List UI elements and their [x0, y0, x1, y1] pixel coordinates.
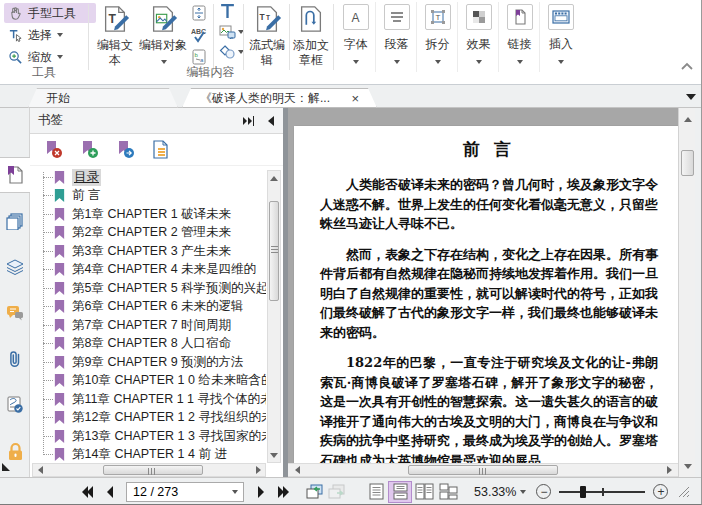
- scroll-left-button[interactable]: [33, 464, 47, 476]
- bookmark-item[interactable]: 第11章 CHAPTER 1 1 寻找个体的未: [34, 390, 266, 409]
- effects-button[interactable]: 效果: [459, 2, 499, 72]
- bookmarks-horizontal-scrollbar[interactable]: [32, 463, 266, 477]
- next-page-button[interactable]: [250, 482, 272, 502]
- scrollbar-thumb[interactable]: [269, 201, 279, 301]
- facing-view-button[interactable]: [412, 481, 436, 503]
- scrollbar-thumb[interactable]: [408, 465, 558, 475]
- hand-tool-button[interactable]: 手型工具: [4, 3, 96, 23]
- bookmark-item[interactable]: 第14章 CHAPTER 1 4 前 进: [34, 446, 266, 464]
- continuous-view-button[interactable]: [388, 481, 412, 503]
- insert-button[interactable]: 插入: [541, 2, 581, 72]
- scroll-up-button[interactable]: [681, 112, 694, 126]
- next-view-button[interactable]: [326, 482, 348, 502]
- bookmark-item[interactable]: 第7章 CHAPTER 7 时间周期: [34, 316, 266, 335]
- previous-view-button[interactable]: [304, 482, 326, 502]
- bookmark-item[interactable]: 第4章 CHAPTER 4 未来是四维的: [34, 261, 266, 280]
- font-button[interactable]: A 字体: [336, 2, 376, 72]
- edit-text-button[interactable]: T 编辑文本: [93, 2, 137, 68]
- bookmark-item[interactable]: 目录: [34, 168, 266, 187]
- attachments-panel-tab[interactable]: [0, 341, 30, 377]
- zoom-in-button[interactable]: +: [653, 484, 668, 499]
- bookmarks-vertical-scrollbar[interactable]: [267, 170, 281, 463]
- signatures-panel-tab[interactable]: [0, 387, 30, 423]
- scroll-down-button[interactable]: [681, 459, 694, 473]
- select-cursor-icon: [8, 28, 23, 43]
- add-text-icon[interactable]: [219, 3, 236, 20]
- locate-bookmark-button[interactable]: [116, 140, 135, 159]
- tab-start[interactable]: 开始: [28, 88, 178, 108]
- edit-object-button[interactable]: 编辑对象: [139, 2, 187, 68]
- bookmarks-panel-tab[interactable]: [0, 157, 30, 193]
- document-view[interactable]: 前 言 人类能否破译未来的密码？曾几何时，埃及象形文字令人迷惑不解。世界上发生的…: [288, 108, 678, 477]
- dropdown-caret-icon: [353, 60, 359, 64]
- insert-filmstrip-icon: [552, 10, 570, 24]
- close-tab-icon[interactable]: ×: [351, 91, 359, 106]
- tab-list-dropdown-icon[interactable]: [686, 94, 696, 100]
- tab-document[interactable]: 《破译人类的明天：解... ×: [182, 88, 377, 108]
- zoom-dropdown-caret-icon[interactable]: [520, 490, 526, 494]
- page-number-input[interactable]: [127, 485, 232, 499]
- continuous-facing-view-button[interactable]: [436, 481, 460, 503]
- page-dropdown-caret-icon[interactable]: [232, 490, 238, 494]
- zoom-tool-label: 缩放: [28, 49, 52, 66]
- split-button[interactable]: T 拆分: [418, 2, 458, 72]
- bookmark-item[interactable]: 第6章 CHAPTER 6 未来的逻辑: [34, 298, 266, 317]
- tree-connector: [43, 362, 53, 363]
- single-page-view-button[interactable]: [364, 481, 388, 503]
- join-split-text-icon[interactable]: ba: [191, 49, 207, 65]
- flow-edit-icon: TT: [252, 4, 282, 34]
- scroll-down-button[interactable]: [268, 448, 280, 462]
- collapse-panel-icon[interactable]: [267, 116, 275, 126]
- add-bookmark-button[interactable]: [80, 140, 99, 159]
- pdf-editor-window: 手型工具 选择 缩放 工具 T 编辑文本 编辑对象: [0, 0, 702, 505]
- bookmark-item[interactable]: 第8章 CHAPTER 8 人口宿命: [34, 335, 266, 354]
- bookmark-item[interactable]: 第10章 CHAPTER 1 0 给未来暗含的: [34, 372, 266, 391]
- bookmark-item[interactable]: 第2章 CHAPTER 2 管理未来: [34, 224, 266, 243]
- select-tool-button[interactable]: 选择: [4, 25, 96, 45]
- bookmark-item[interactable]: 第3章 CHAPTER 3 产生未来: [34, 242, 266, 261]
- scroll-up-button[interactable]: [268, 171, 280, 185]
- delete-bookmark-button[interactable]: [44, 140, 63, 159]
- paragraph-button[interactable]: 段落: [377, 2, 417, 72]
- document-horizontal-scrollbar[interactable]: [288, 463, 678, 477]
- slider-thumb[interactable]: [580, 486, 586, 498]
- spellcheck-icon[interactable]: ABC: [191, 27, 208, 43]
- scroll-right-button[interactable]: [251, 464, 265, 476]
- add-shapes-icon[interactable]: [219, 44, 236, 60]
- scroll-left-arrow-icon: [295, 466, 300, 474]
- previous-page-button[interactable]: [98, 482, 120, 502]
- scroll-left-button[interactable]: [290, 464, 304, 476]
- layers-panel-tab[interactable]: [0, 249, 30, 285]
- first-page-button[interactable]: [76, 482, 98, 502]
- flow-edit-button[interactable]: TT 流式编辑: [246, 2, 288, 68]
- add-article-box-button[interactable]: 添加文章框: [291, 2, 331, 68]
- scrollbar-thumb[interactable]: [681, 150, 694, 176]
- bookmark-item[interactable]: 第12章 CHAPTER 1 2 寻找组织的未: [34, 409, 266, 428]
- split-text-icon[interactable]: [191, 5, 207, 21]
- collapse-ribbon-button[interactable]: [680, 62, 694, 72]
- expand-current-bookmark-button[interactable]: [152, 140, 169, 159]
- add-image-icon[interactable]: [219, 24, 236, 40]
- page-thumbnails-tab[interactable]: [0, 203, 30, 239]
- expand-panel-icon[interactable]: [242, 116, 255, 126]
- bookmark-item[interactable]: 第5章 CHAPTER 5 科学预测的兴起: [34, 279, 266, 298]
- bookmark-item[interactable]: 第13章 CHAPTER 1 3 寻找国家的未: [34, 427, 266, 446]
- page-number-box[interactable]: [126, 482, 244, 502]
- zoom-out-button[interactable]: −: [536, 484, 551, 499]
- window-right-margin: [695, 108, 702, 477]
- bookmark-icon: [53, 170, 66, 185]
- bookmark-item[interactable]: 第9章 CHAPTER 9 预测的方法: [34, 353, 266, 372]
- zoom-slider[interactable]: [559, 485, 645, 499]
- document-vertical-scrollbar[interactable]: [678, 108, 695, 477]
- resize-grip-icon[interactable]: [678, 486, 690, 498]
- bookmark-item[interactable]: 第1章 CHAPTER 1 破译未来: [34, 205, 266, 224]
- last-page-button[interactable]: [272, 482, 294, 502]
- strip-expand-icon[interactable]: [2, 463, 10, 471]
- links-button[interactable]: 链接: [500, 2, 540, 72]
- scroll-right-button[interactable]: [662, 464, 676, 476]
- scrollbar-thumb[interactable]: [103, 465, 203, 475]
- navigation-panel-strip: [0, 108, 30, 477]
- comments-panel-tab[interactable]: [0, 295, 30, 331]
- edit-object-icon: [148, 4, 178, 34]
- bookmark-item[interactable]: 前 言: [34, 187, 266, 206]
